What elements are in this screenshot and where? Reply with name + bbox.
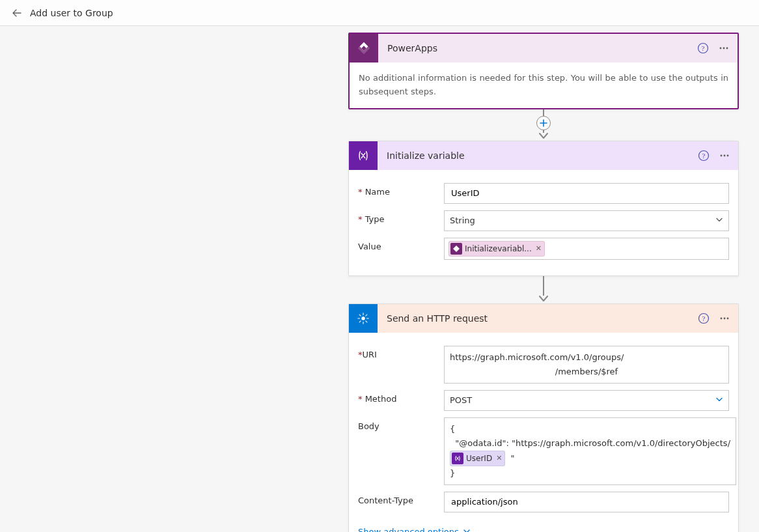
- chevron-down-icon: [715, 395, 723, 405]
- token-remove-button[interactable]: ✕: [536, 245, 542, 252]
- type-label: * Type: [358, 210, 436, 224]
- svg-point-9: [727, 154, 729, 156]
- svg-line-15: [359, 315, 361, 316]
- show-advanced-options-link[interactable]: Show advanced options: [358, 524, 471, 532]
- type-select[interactable]: String: [444, 210, 729, 231]
- uri-input[interactable]: https://graph.microsoft.com/v1.0/groups/…: [444, 346, 729, 384]
- svg-line-16: [366, 320, 367, 322]
- chevron-down-icon: [715, 216, 723, 225]
- help-button[interactable]: ?: [693, 38, 713, 58]
- method-label: * Method: [358, 390, 436, 404]
- value-input[interactable]: Initializevariabl... ✕: [444, 238, 729, 260]
- ellipsis-icon: [719, 313, 730, 324]
- help-button[interactable]: ?: [694, 146, 713, 165]
- value-label: Value: [358, 238, 436, 251]
- svg-point-4: [726, 48, 728, 49]
- topbar: Add user to Group: [0, 0, 759, 26]
- svg-point-2: [720, 48, 722, 49]
- chevron-down-icon: [463, 527, 471, 532]
- variable-token-icon: [452, 453, 463, 464]
- http-icon: [349, 304, 378, 333]
- menu-button[interactable]: [715, 309, 734, 328]
- card-header[interactable]: Send an HTTP request ?: [349, 304, 738, 333]
- connector: [543, 109, 544, 141]
- svg-point-7: [721, 154, 723, 156]
- svg-point-8: [724, 154, 726, 156]
- powerapps-token-icon: [450, 243, 462, 255]
- card-title: PowerApps: [378, 43, 693, 53]
- method-select-value: POST: [450, 395, 472, 405]
- content-type-input-field[interactable]: [450, 496, 723, 507]
- content-type-input[interactable]: [444, 492, 729, 512]
- name-label: * Name: [358, 183, 436, 197]
- card-body-text: No additional information is needed for …: [350, 63, 738, 108]
- type-select-value: String: [450, 216, 475, 225]
- svg-point-23: [727, 317, 729, 319]
- add-step-button[interactable]: [536, 116, 551, 130]
- card-header[interactable]: PowerApps ?: [350, 34, 738, 63]
- flow-canvas: PowerApps ?: [0, 26, 759, 532]
- menu-button[interactable]: [715, 146, 734, 165]
- card-header[interactable]: Initialize variable ?: [349, 141, 738, 170]
- body-input[interactable]: { "@odata.id": "https://graph.microsoft.…: [444, 417, 736, 485]
- ellipsis-icon: [719, 150, 730, 161]
- plus-icon: [540, 119, 547, 127]
- back-button[interactable]: [8, 4, 26, 22]
- arrow-down-icon: [539, 133, 548, 141]
- uri-label: *URI: [358, 346, 436, 359]
- name-input-field[interactable]: [450, 188, 723, 199]
- card-title: Initialize variable: [378, 150, 694, 161]
- powerapps-icon: [350, 34, 378, 63]
- help-icon: ?: [698, 313, 710, 324]
- initialize-variable-card[interactable]: Initialize variable ?: [348, 141, 739, 276]
- token-remove-button[interactable]: ✕: [496, 455, 502, 462]
- svg-point-22: [724, 317, 726, 319]
- arrow-left-icon: [12, 8, 22, 18]
- http-request-card[interactable]: Send an HTTP request ?: [348, 303, 739, 532]
- powerapps-token[interactable]: Initializevariabl... ✕: [448, 241, 545, 257]
- content-type-label: Content-Type: [358, 492, 436, 505]
- help-button[interactable]: ?: [694, 309, 713, 328]
- help-icon: ?: [697, 42, 709, 54]
- body-label: Body: [358, 417, 436, 431]
- card-title: Send an HTTP request: [378, 313, 694, 324]
- svg-point-3: [723, 48, 725, 49]
- svg-line-17: [359, 320, 361, 322]
- token-text: Initializevariabl...: [465, 245, 532, 253]
- variable-icon: [349, 141, 378, 170]
- menu-button[interactable]: [714, 38, 734, 58]
- arrow-down-icon: [539, 296, 548, 303]
- connector: [543, 276, 544, 303]
- svg-line-18: [366, 315, 367, 316]
- variable-token[interactable]: UserID ✕: [450, 451, 505, 466]
- ellipsis-icon: [718, 42, 730, 54]
- page-title: Add user to Group: [30, 8, 113, 18]
- powerapps-trigger-card[interactable]: PowerApps ?: [348, 33, 739, 109]
- svg-point-10: [361, 316, 365, 320]
- svg-text:?: ?: [702, 314, 706, 322]
- svg-text:?: ?: [702, 44, 705, 52]
- name-input[interactable]: [444, 183, 729, 204]
- token-text: UserID: [466, 455, 492, 462]
- svg-text:?: ?: [702, 151, 706, 159]
- help-icon: ?: [698, 150, 710, 161]
- svg-point-21: [721, 317, 723, 319]
- method-select[interactable]: POST: [444, 390, 729, 411]
